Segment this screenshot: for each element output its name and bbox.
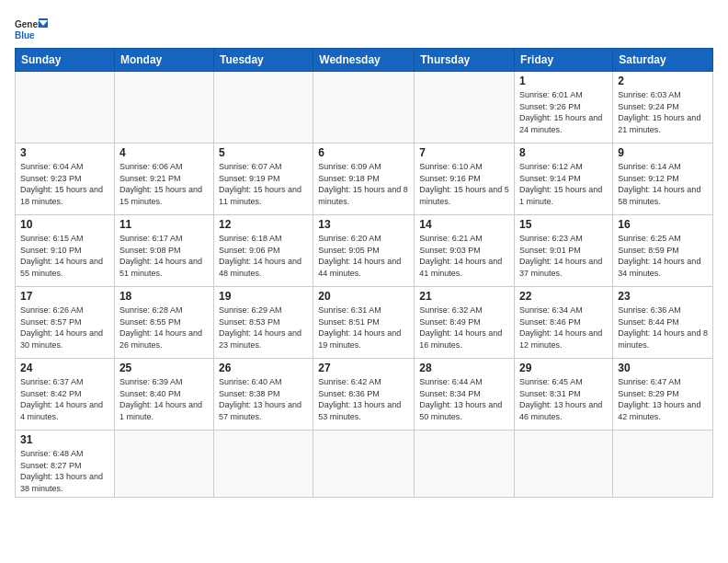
table-row	[213, 431, 313, 498]
table-row: 8Sunrise: 6:12 AM Sunset: 9:14 PM Daylig…	[515, 144, 613, 215]
day-number: 1	[519, 75, 608, 87]
day-info: Sunrise: 6:34 AM Sunset: 8:46 PM Dayligh…	[519, 304, 608, 350]
table-row: 27Sunrise: 6:42 AM Sunset: 8:36 PM Dayli…	[313, 359, 415, 431]
day-number: 31	[20, 433, 109, 446]
day-number: 22	[519, 290, 608, 303]
table-row: 19Sunrise: 6:29 AM Sunset: 8:53 PM Dayli…	[213, 287, 313, 359]
day-number: 27	[318, 362, 409, 374]
table-row: 22Sunrise: 6:34 AM Sunset: 8:46 PM Dayli…	[515, 287, 613, 359]
day-info: Sunrise: 6:20 AM Sunset: 9:05 PM Dayligh…	[318, 233, 409, 279]
day-info: Sunrise: 6:18 AM Sunset: 9:06 PM Dayligh…	[219, 233, 308, 279]
day-number: 25	[119, 362, 209, 374]
day-number: 15	[519, 218, 608, 231]
table-row	[613, 431, 713, 498]
table-row: 20Sunrise: 6:31 AM Sunset: 8:51 PM Dayli…	[313, 287, 415, 359]
table-row: 12Sunrise: 6:18 AM Sunset: 9:06 PM Dayli…	[213, 215, 313, 287]
weekday-monday: Monday	[114, 49, 213, 72]
day-info: Sunrise: 6:14 AM Sunset: 9:12 PM Dayligh…	[618, 161, 708, 207]
day-info: Sunrise: 6:12 AM Sunset: 9:14 PM Dayligh…	[519, 161, 608, 207]
table-row	[415, 431, 515, 498]
calendar-table: SundayMondayTuesdayWednesdayThursdayFrid…	[15, 48, 713, 498]
table-row: 3Sunrise: 6:04 AM Sunset: 9:23 PM Daylig…	[16, 144, 115, 215]
day-info: Sunrise: 6:26 AM Sunset: 8:57 PM Dayligh…	[20, 304, 109, 350]
table-row: 26Sunrise: 6:40 AM Sunset: 8:38 PM Dayli…	[213, 359, 313, 431]
table-row: 4Sunrise: 6:06 AM Sunset: 9:21 PM Daylig…	[114, 144, 213, 215]
day-info: Sunrise: 6:06 AM Sunset: 9:21 PM Dayligh…	[119, 161, 209, 207]
day-number: 3	[20, 146, 109, 159]
table-row: 7Sunrise: 6:10 AM Sunset: 9:16 PM Daylig…	[415, 144, 515, 215]
table-row	[313, 431, 415, 498]
day-number: 6	[318, 146, 409, 159]
day-info: Sunrise: 6:28 AM Sunset: 8:55 PM Dayligh…	[119, 304, 209, 350]
weekday-wednesday: Wednesday	[313, 49, 415, 72]
day-info: Sunrise: 6:23 AM Sunset: 9:01 PM Dayligh…	[519, 233, 608, 279]
day-info: Sunrise: 6:04 AM Sunset: 9:23 PM Dayligh…	[20, 161, 109, 207]
day-number: 29	[519, 362, 608, 374]
table-row: 2Sunrise: 6:03 AM Sunset: 9:24 PM Daylig…	[613, 72, 713, 144]
page-header: General Blue	[15, 15, 713, 40]
table-row: 6Sunrise: 6:09 AM Sunset: 9:18 PM Daylig…	[313, 144, 415, 215]
day-info: Sunrise: 6:17 AM Sunset: 9:08 PM Dayligh…	[119, 233, 209, 279]
day-number: 2	[618, 75, 708, 87]
day-number: 17	[20, 290, 109, 303]
day-info: Sunrise: 6:25 AM Sunset: 8:59 PM Dayligh…	[618, 233, 708, 279]
day-info: Sunrise: 6:03 AM Sunset: 9:24 PM Dayligh…	[618, 89, 708, 135]
table-row	[114, 431, 213, 498]
table-row: 23Sunrise: 6:36 AM Sunset: 8:44 PM Dayli…	[613, 287, 713, 359]
table-row: 21Sunrise: 6:32 AM Sunset: 8:49 PM Dayli…	[415, 287, 515, 359]
day-number: 20	[318, 290, 409, 303]
table-row: 15Sunrise: 6:23 AM Sunset: 9:01 PM Dayli…	[515, 215, 613, 287]
table-row	[313, 72, 415, 144]
table-row	[213, 72, 313, 144]
table-row: 25Sunrise: 6:39 AM Sunset: 8:40 PM Dayli…	[114, 359, 213, 431]
day-number: 23	[618, 290, 708, 303]
day-number: 9	[618, 146, 708, 159]
day-number: 21	[419, 290, 509, 303]
table-row: 28Sunrise: 6:44 AM Sunset: 8:34 PM Dayli…	[415, 359, 515, 431]
logo: General Blue	[15, 15, 48, 40]
day-number: 10	[20, 218, 109, 231]
table-row: 14Sunrise: 6:21 AM Sunset: 9:03 PM Dayli…	[415, 215, 515, 287]
table-row	[114, 72, 213, 144]
weekday-friday: Friday	[515, 49, 613, 72]
day-number: 4	[119, 146, 209, 159]
day-info: Sunrise: 6:42 AM Sunset: 8:36 PM Dayligh…	[318, 376, 409, 422]
table-row: 10Sunrise: 6:15 AM Sunset: 9:10 PM Dayli…	[16, 215, 115, 287]
day-info: Sunrise: 6:09 AM Sunset: 9:18 PM Dayligh…	[318, 161, 409, 207]
day-info: Sunrise: 6:39 AM Sunset: 8:40 PM Dayligh…	[119, 376, 209, 422]
day-number: 11	[119, 218, 209, 231]
day-number: 28	[419, 362, 509, 374]
weekday-thursday: Thursday	[415, 49, 515, 72]
day-number: 26	[219, 362, 308, 374]
weekday-sunday: Sunday	[16, 49, 115, 72]
day-number: 14	[419, 218, 509, 231]
svg-text:Blue: Blue	[15, 30, 35, 40]
day-info: Sunrise: 6:15 AM Sunset: 9:10 PM Dayligh…	[20, 233, 109, 279]
day-info: Sunrise: 6:40 AM Sunset: 8:38 PM Dayligh…	[219, 376, 308, 422]
day-info: Sunrise: 6:45 AM Sunset: 8:31 PM Dayligh…	[519, 376, 608, 422]
day-number: 30	[618, 362, 708, 374]
day-number: 24	[20, 362, 109, 374]
table-row: 16Sunrise: 6:25 AM Sunset: 8:59 PM Dayli…	[613, 215, 713, 287]
table-row: 5Sunrise: 6:07 AM Sunset: 9:19 PM Daylig…	[213, 144, 313, 215]
table-row: 31Sunrise: 6:48 AM Sunset: 8:27 PM Dayli…	[16, 431, 115, 498]
day-number: 18	[119, 290, 209, 303]
table-row: 1Sunrise: 6:01 AM Sunset: 9:26 PM Daylig…	[515, 72, 613, 144]
weekday-saturday: Saturday	[613, 49, 713, 72]
logo-icon: General Blue	[15, 15, 48, 40]
day-number: 12	[219, 218, 308, 231]
day-info: Sunrise: 6:07 AM Sunset: 9:19 PM Dayligh…	[219, 161, 308, 207]
day-number: 19	[219, 290, 308, 303]
day-info: Sunrise: 6:44 AM Sunset: 8:34 PM Dayligh…	[419, 376, 509, 422]
day-number: 13	[318, 218, 409, 231]
table-row	[415, 72, 515, 144]
day-info: Sunrise: 6:31 AM Sunset: 8:51 PM Dayligh…	[318, 304, 409, 350]
day-info: Sunrise: 6:21 AM Sunset: 9:03 PM Dayligh…	[419, 233, 509, 279]
table-row: 17Sunrise: 6:26 AM Sunset: 8:57 PM Dayli…	[16, 287, 115, 359]
day-number: 7	[419, 146, 509, 159]
day-number: 8	[519, 146, 608, 159]
table-row	[16, 72, 115, 144]
day-info: Sunrise: 6:32 AM Sunset: 8:49 PM Dayligh…	[419, 304, 509, 350]
table-row	[515, 431, 613, 498]
table-row: 18Sunrise: 6:28 AM Sunset: 8:55 PM Dayli…	[114, 287, 213, 359]
